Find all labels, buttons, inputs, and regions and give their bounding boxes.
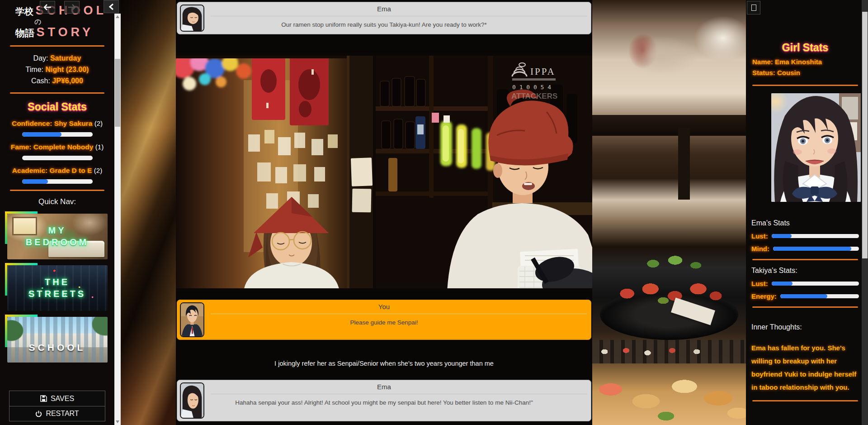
back-arrow-icon xyxy=(43,4,52,10)
message-speaker: Ema xyxy=(177,380,591,394)
scroll-up-button[interactable] xyxy=(114,14,121,20)
logo-no: の xyxy=(15,18,114,25)
svg-text:ATTACKERS: ATTACKERS xyxy=(511,92,557,100)
takiya-lust-label: Lust: xyxy=(751,280,768,287)
day-row: Day: Saturday xyxy=(0,53,114,64)
message-ema-2: Ema Hahaha senpai your ass! Alright! At … xyxy=(177,380,591,421)
bg-counter-bar xyxy=(592,115,746,136)
girl-stats-title: Girl Stats xyxy=(751,42,859,54)
takiya-lust-bar xyxy=(772,282,859,286)
logo-en-story: STORY xyxy=(36,25,94,39)
girl-portrait xyxy=(771,93,861,202)
panel-scrollbar[interactable] xyxy=(862,0,868,425)
takiya-energy-fill xyxy=(780,294,827,298)
stat-fame-bar xyxy=(22,156,93,160)
stat-confidence-level: (2) xyxy=(94,119,103,127)
ema-avatar xyxy=(180,382,204,419)
message-text: Our ramen stop uniform really suits you … xyxy=(177,16,591,28)
panel-toggle-button[interactable] xyxy=(747,1,760,14)
bg-sushi-row xyxy=(592,340,746,363)
forward-arrow-icon xyxy=(68,4,76,10)
takiya-lust-row: Lust: xyxy=(751,280,859,287)
girl-name: Name: Ema Kinoshita xyxy=(752,57,859,67)
cash-label: Cash: xyxy=(31,77,50,85)
quick-nav-title: Quick Nav: xyxy=(0,197,114,206)
stat-academic-label: Academic: Grade D to E xyxy=(12,167,92,174)
stat-academic: Academic: Grade D to E (2) xyxy=(0,167,114,184)
ema-lust-bar xyxy=(772,234,859,238)
sidebar-scrollbar[interactable] xyxy=(114,14,121,425)
saves-button[interactable]: SAVES xyxy=(9,391,105,406)
game-logo: 学校 SCHOOL の 物語 STORY xyxy=(0,0,114,39)
restart-button[interactable]: RESTART xyxy=(9,406,105,421)
sidebar-actions: SAVES RESTART xyxy=(9,391,105,421)
time-label: Time: xyxy=(26,66,43,73)
sidebar-scrollbar-thumb[interactable] xyxy=(115,59,120,127)
ema-mind-bar xyxy=(773,247,859,251)
stat-confidence: Confidence: Shy Sakura (2) xyxy=(0,119,114,137)
takiya-energy-bar xyxy=(780,294,859,298)
school-label: SCHOOL xyxy=(7,317,108,363)
stat-confidence-fill xyxy=(22,132,61,137)
divider xyxy=(10,92,104,94)
ema-lust-fill xyxy=(772,234,792,238)
stat-academic-level: (2) xyxy=(94,167,102,174)
ema-stats-title: Ema's Stats xyxy=(751,219,859,227)
triangle-up-icon xyxy=(116,15,119,18)
quick-nav-streets[interactable]: THE STREETS xyxy=(7,265,108,311)
quick-nav-bedroom[interactable]: MY BEDROOM xyxy=(7,214,108,259)
girl-stats-panel: Girl Stats Name: Ema Kinoshita Status: C… xyxy=(746,0,868,425)
stat-confidence-bar xyxy=(22,132,93,137)
streets-label-line1: THE xyxy=(45,277,70,287)
message-speaker: Ema xyxy=(177,2,591,16)
message-speaker: You xyxy=(177,300,591,314)
divider xyxy=(752,306,858,308)
ema-mind-fill xyxy=(773,247,851,251)
takiya-energy-label: Energy: xyxy=(751,292,777,300)
streets-label: THE STREETS xyxy=(7,265,108,311)
takiya-lust-fill xyxy=(772,282,793,286)
chevron-left-icon xyxy=(109,3,114,10)
svg-text:IPPA: IPPA xyxy=(530,66,556,77)
panel-scrollbar-thumb[interactable] xyxy=(862,12,868,258)
divider xyxy=(10,45,104,47)
narration-text: I jokingly refer her as Senpai/Senior wh… xyxy=(176,360,592,367)
ema-avatar xyxy=(180,5,204,32)
bg-fried-platter xyxy=(592,366,746,425)
chat-column: Ema Our ramen stop uniform really suits … xyxy=(176,0,592,425)
bg-tomato-platter xyxy=(611,268,727,315)
history-back-button[interactable] xyxy=(40,1,55,14)
history-forward-button[interactable] xyxy=(64,1,80,14)
day-label: Day: xyxy=(33,54,48,62)
girl-status: Status: Cousin xyxy=(752,67,859,78)
stat-confidence-label: Confidence: Shy Sakura xyxy=(12,119,92,127)
quick-nav-school[interactable]: SCHOOL xyxy=(7,317,108,363)
divider xyxy=(752,400,858,401)
cash-value: JP¥6,000 xyxy=(52,77,83,85)
stat-fame-label: Fame: Complete Nobody xyxy=(11,143,94,151)
ema-lust-label: Lust: xyxy=(751,232,768,240)
day-value: Saturday xyxy=(50,54,81,62)
triangle-down-icon xyxy=(116,420,119,423)
bedroom-label-line2: BEDROOM xyxy=(26,237,89,248)
svg-text:0 1 0 0 5 4: 0 1 0 0 5 4 xyxy=(512,84,551,91)
scroll-down-button[interactable] xyxy=(114,419,121,425)
bg-table-leg xyxy=(678,128,690,200)
background-left-gap xyxy=(121,0,176,425)
stat-academic-bar xyxy=(22,179,93,184)
message-text: Hahaha senpai your ass! Alright! At scho… xyxy=(177,394,591,406)
left-sidebar: 学校 SCHOOL の 物語 STORY Day: Saturday Time:… xyxy=(0,0,121,425)
saves-button-label: SAVES xyxy=(51,395,74,403)
divider xyxy=(10,190,104,191)
scene-photo: IPPA 0 1 0 0 5 4 ATTACKERS xyxy=(176,53,592,291)
divider xyxy=(752,85,858,86)
window-rectangle-icon xyxy=(751,5,756,11)
message-you: You Please guide me Senpai! xyxy=(177,300,591,340)
takiya-energy-row: Energy: xyxy=(751,292,859,300)
sidebar-collapse-button[interactable] xyxy=(104,0,119,13)
takiya-stats-title: Takiya's Stats: xyxy=(751,267,859,275)
time-value: Night (23.00) xyxy=(45,66,89,73)
bedroom-label: MY BEDROOM xyxy=(7,214,108,259)
stat-academic-fill xyxy=(22,179,48,184)
social-stats-title: Social Stats xyxy=(0,101,114,113)
